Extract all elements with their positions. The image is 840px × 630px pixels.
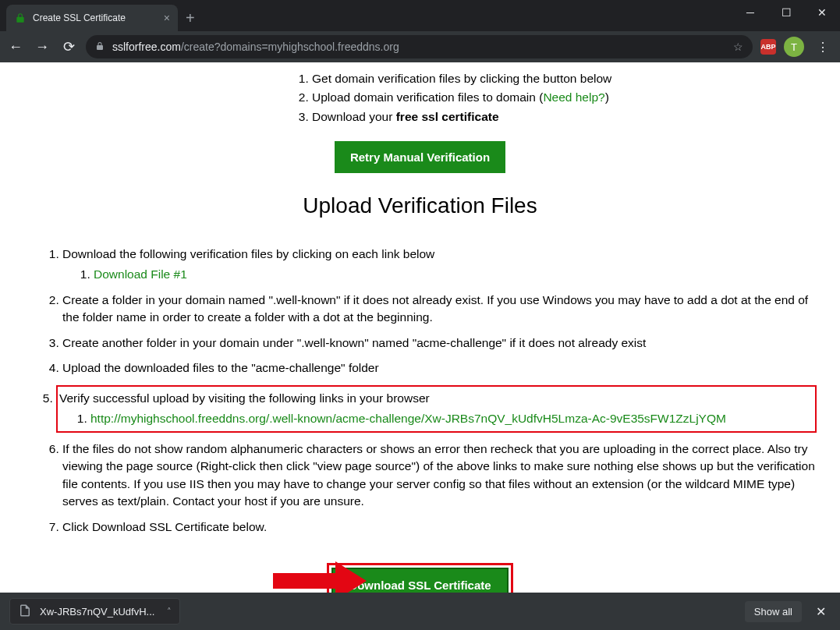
intro-step: Upload domain verification files to doma… bbox=[312, 89, 817, 106]
retry-verification-button[interactable]: Retry Manual Verification bbox=[335, 141, 505, 173]
download-filename: Xw-JRBs7nQV_kUdfvH... bbox=[40, 606, 154, 618]
page-content: Get domain verification files by clickin… bbox=[0, 62, 840, 593]
profile-avatar[interactable]: T bbox=[784, 37, 804, 57]
browser-menu-icon[interactable]: ⋮ bbox=[812, 40, 834, 55]
svg-rect-0 bbox=[273, 573, 335, 589]
section-heading: Upload Verification Files bbox=[23, 190, 817, 222]
reload-button[interactable]: ⟳ bbox=[59, 38, 78, 55]
maximize-button[interactable]: ☐ bbox=[768, 0, 804, 25]
download-file-link[interactable]: Download File #1 bbox=[94, 267, 187, 281]
need-help-link[interactable]: Need help? bbox=[543, 90, 604, 104]
file-icon bbox=[18, 603, 32, 620]
callout-arrow-icon bbox=[273, 561, 367, 593]
intro-step: Get domain verification files by clickin… bbox=[312, 70, 817, 87]
list-item: Create another folder in your domain und… bbox=[62, 334, 817, 352]
minimize-button[interactable]: ─ bbox=[732, 0, 768, 25]
show-all-downloads-button[interactable]: Show all bbox=[745, 601, 802, 622]
svg-marker-1 bbox=[335, 561, 367, 593]
download-shelf: Xw-JRBs7nQV_kUdfvH... ˄ Show all ✕ bbox=[0, 593, 840, 630]
download-section: Download SSL Certificate I Have My Own C… bbox=[23, 563, 817, 593]
address-bar[interactable]: sslforfree.com/create?domains=myhighscho… bbox=[86, 35, 753, 58]
page-viewport: Get domain verification files by clickin… bbox=[0, 62, 840, 593]
list-item: Verify successful upload by visiting the… bbox=[56, 385, 817, 433]
new-tab-button[interactable]: + bbox=[178, 5, 203, 31]
list-item: Download the following verification file… bbox=[62, 246, 817, 284]
verification-url-link[interactable]: http://myhighschool.freeddns.org/.well-k… bbox=[90, 412, 726, 425]
tab-title: Create SSL Certificate bbox=[33, 12, 126, 23]
list-item: Upload the downloaded files to the "acme… bbox=[62, 359, 817, 377]
window-titlebar: Create SSL Certificate × + ─ ☐ ✕ bbox=[0, 0, 840, 31]
intro-steps-list: Get domain verification files by clickin… bbox=[23, 70, 817, 126]
browser-toolbar: ← → ⟳ sslforfree.com/create?domains=myhi… bbox=[0, 31, 840, 62]
intro-step: Download your free ssl certificate bbox=[312, 108, 817, 126]
download-item[interactable]: Xw-JRBs7nQV_kUdfvH... ˄ bbox=[9, 598, 180, 625]
adblock-extension-icon[interactable]: ABP bbox=[760, 39, 776, 55]
bookmark-star-icon[interactable]: ☆ bbox=[733, 41, 743, 53]
back-button[interactable]: ← bbox=[6, 39, 25, 55]
close-shelf-button[interactable]: ✕ bbox=[811, 604, 831, 619]
lock-icon bbox=[14, 12, 27, 24]
list-item: If the files do not show random alphanum… bbox=[62, 441, 817, 511]
browser-tab[interactable]: Create SSL Certificate × bbox=[6, 5, 178, 31]
secure-lock-icon bbox=[95, 41, 105, 53]
url-text: sslforfree.com/create?domains=myhighscho… bbox=[112, 41, 399, 53]
window-controls: ─ ☐ ✕ bbox=[732, 0, 840, 27]
chevron-up-icon[interactable]: ˄ bbox=[167, 607, 172, 617]
tab-close-icon[interactable]: × bbox=[164, 12, 170, 24]
verification-steps-list: Download the following verification file… bbox=[23, 246, 817, 536]
list-item: Create a folder in your domain named ".w… bbox=[62, 292, 817, 327]
close-window-button[interactable]: ✕ bbox=[804, 0, 840, 25]
list-item: Click Download SSL Certificate below. bbox=[62, 519, 817, 536]
forward-button[interactable]: → bbox=[33, 39, 51, 55]
